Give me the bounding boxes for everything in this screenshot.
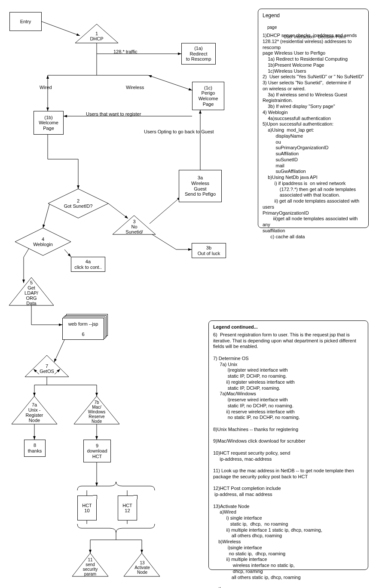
activate-node-label: 13 Activate Node: [131, 559, 153, 576]
svg-line-14: [108, 203, 128, 219]
legend2-title: Legend continued...: [213, 324, 364, 330]
legend-page-label: page: [267, 25, 277, 30]
svg-line-16: [150, 197, 180, 224]
entry-box: Entry: [9, 12, 42, 31]
svg-line-3: [42, 22, 80, 36]
download-hct-label: 9 download HCT: [87, 443, 107, 459]
got-sunetid-label: 2 Got SunetID?: [60, 197, 96, 210]
getos-label: 7 GetOS: [36, 362, 58, 375]
unix-register-label: 7a Unix - Register Node: [22, 402, 46, 423]
mac-reserve-label: 7b Mac/ Windows Reserve Node: [84, 400, 110, 423]
send-security-label: 11 send security param: [79, 558, 101, 576]
web-form-label: web form --jsp 6: [68, 321, 98, 337]
out-of-luck-label: 3b Out of luck: [198, 245, 220, 256]
legend-decision-label: Decision Point: [318, 34, 345, 39]
redirect-rescomp-label: (1a) Redirect to Rescomp: [186, 46, 211, 62]
edge-wireless: Wireless: [126, 85, 144, 90]
entry-label: Entry: [20, 19, 31, 25]
edge-wired: Wired: [40, 85, 52, 90]
svg-line-9: [148, 75, 192, 90]
edge-users-opting: Users Opting to go back to Guest: [144, 129, 214, 134]
thanks-box: 8 thanks: [24, 440, 46, 457]
wireless-guest-label: 3a Wireless Guest Send to Pefigo: [185, 175, 216, 197]
thanks-label: 8 thanks: [28, 443, 42, 453]
hct10-label: HCT 10: [82, 503, 92, 513]
redirect-rescomp-box: (1a) Redirect to Rescomp: [181, 43, 216, 65]
hct10-doc: HCT 10: [77, 496, 97, 520]
perigo-welcome-label: (1c) Perigo Welcome Page: [199, 85, 218, 107]
welcome-page-label: (1b) Welcome Page: [39, 115, 58, 131]
legend2-body: 6) Present registration form to user. Th…: [213, 332, 364, 588]
click-to-cont-box: 4a click to cont..: [71, 257, 105, 272]
svg-line-20: [64, 249, 71, 257]
svg-line-25: [54, 340, 64, 362]
get-ldap-label: 5 Get LDAP/ ORG Data: [19, 281, 43, 305]
legend-panel: Legend 1)DHCP server checks ipaddress an…: [258, 9, 369, 228]
welcome-page-box: (1b) Welcome Page: [34, 111, 64, 135]
wireless-guest-box: 3a Wireless Guest Send to Pefigo: [179, 170, 222, 202]
edge-128traffic: 128.* traffic: [113, 49, 137, 54]
click-to-cont-label: 4a click to cont..: [74, 259, 102, 270]
weblogin-label: 4 Weblogin: [28, 236, 58, 248]
legend-userint-label: User Interaction: [284, 34, 314, 39]
perigo-welcome-box: (1c) Perigo Welcome Page: [192, 82, 224, 110]
out-of-luck-box: 3b Out of luck: [192, 243, 226, 258]
no-sunetid-label: 3 No Sunetid/: [122, 219, 146, 234]
svg-line-21: [24, 249, 29, 257]
legend2-panel: Legend continued... 6) Present registrat…: [208, 320, 368, 570]
hct12-doc: HCT 12: [118, 496, 137, 520]
web-form-stack: web form --jsp 6: [62, 314, 108, 340]
legend-body: 1)DHCP server checks ipaddress and sends…: [263, 33, 364, 240]
edge-users-register: Users that want to register: [86, 111, 141, 117]
hct12-label: HCT 12: [122, 503, 132, 513]
svg-line-15: [43, 204, 49, 228]
legend-title: Legend: [263, 12, 364, 19]
svg-line-18: [152, 234, 176, 249]
dhcp-label: 1 DHCP: [86, 30, 107, 42]
download-hct-box: 9 download HCT: [83, 440, 111, 462]
